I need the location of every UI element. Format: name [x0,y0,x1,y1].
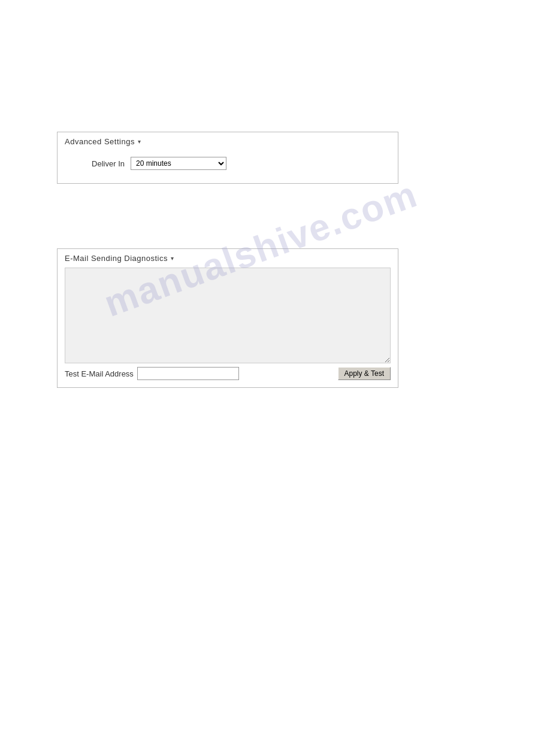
advanced-settings-body: Deliver In 5 minutes 10 minutes 15 minut… [58,151,398,183]
advanced-settings-chevron: ▾ [138,138,141,145]
test-email-row: Test E-Mail Address Apply & Test [65,367,391,380]
apply-test-button[interactable]: Apply & Test [338,367,391,380]
diagnostics-section: E-Mail Sending Diagnostics ▾ Test E-Mail… [57,248,398,388]
deliver-in-row: Deliver In 5 minutes 10 minutes 15 minut… [65,157,391,170]
test-email-label: Test E-Mail Address [65,369,134,378]
advanced-settings-section: Advanced Settings ▾ Deliver In 5 minutes… [57,132,398,184]
advanced-settings-header[interactable]: Advanced Settings ▾ [58,132,398,151]
page-container: manualshive.com Advanced Settings ▾ Deli… [0,0,535,756]
deliver-in-select[interactable]: 5 minutes 10 minutes 15 minutes 20 minut… [131,157,226,170]
advanced-settings-title: Advanced Settings [65,137,135,146]
diagnostics-chevron: ▾ [171,255,174,262]
diagnostics-header[interactable]: E-Mail Sending Diagnostics ▾ [58,249,398,268]
diagnostics-body: Test E-Mail Address Apply & Test [58,268,398,387]
test-email-input[interactable] [137,367,239,380]
diagnostics-title: E-Mail Sending Diagnostics [65,254,168,263]
deliver-in-label: Deliver In [65,159,125,168]
diagnostics-textarea[interactable] [65,268,391,363]
